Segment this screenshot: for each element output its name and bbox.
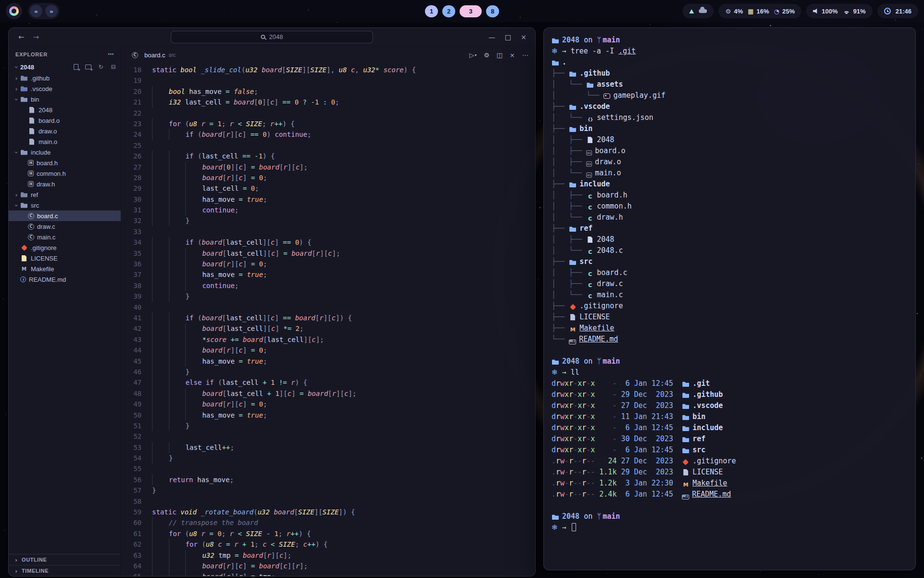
explorer-item-.github[interactable]: ›.github <box>9 73 121 83</box>
code-line-38[interactable]: 38 continue; <box>121 280 535 291</box>
chevron-down-icon[interactable]: › <box>13 95 20 103</box>
explorer-item-ref[interactable]: ›ref <box>9 189 121 200</box>
explorer-more-actions-icon[interactable]: ⋯ <box>108 51 114 58</box>
explorer-item-include[interactable]: ›include <box>9 147 121 158</box>
chevron-right-icon[interactable]: › <box>13 191 20 198</box>
explorer-item-src[interactable]: ›src <box>9 200 121 210</box>
code-line-45[interactable]: 45 has_move = true; <box>121 356 535 367</box>
explorer-item-board.c[interactable]: ›Cboard.c <box>9 210 121 221</box>
workspace-3[interactable]: 3 <box>460 5 482 17</box>
explorer-item-README.md[interactable]: ›iREADME.md <box>9 274 121 285</box>
code-line-34[interactable]: 34 if (board[last_cell][c] == 0) { <box>121 237 535 248</box>
code-line-31[interactable]: 31 continue; <box>121 205 535 215</box>
code-line-59[interactable]: 59static void _rotate_board(u32 board[SI… <box>121 507 535 517</box>
code-line-62[interactable]: 62 for (u8 c = r + 1; c < SIZE; c++) { <box>121 539 535 550</box>
code-line-29[interactable]: 29 last_cell = 0; <box>121 183 535 194</box>
refresh-explorer-button[interactable]: ↻ <box>97 64 104 71</box>
split-editor-button[interactable]: ◫ <box>497 52 502 59</box>
code-line-28[interactable]: 28 board[r][c] = 0; <box>121 172 535 183</box>
chevron-down-icon[interactable]: › <box>13 201 20 209</box>
tree-entry-name[interactable]: Makefile <box>579 324 614 332</box>
code-line-60[interactable]: 60 // transpose the board <box>121 517 535 528</box>
code-line-50[interactable]: 50 has_move = true; <box>121 410 535 420</box>
explorer-item-main.o[interactable]: ›main.o <box>9 136 121 147</box>
workspace-1[interactable]: 1 <box>425 5 438 17</box>
collapse-folders-button[interactable]: ⊟ <box>110 64 117 71</box>
code-line-37[interactable]: 37 has_move = true; <box>121 269 535 280</box>
launcher-button[interactable] <box>6 3 22 19</box>
explorer-item-.vscode[interactable]: ›.vscode <box>9 83 121 94</box>
outline-section[interactable]: › OUTLINE <box>9 554 121 565</box>
code-line-49[interactable]: 49 board[r][c] = 0; <box>121 399 535 409</box>
code-line-25[interactable]: 25 <box>121 140 535 151</box>
code-line-63[interactable]: 63 u32 tmp = board[r][c]; <box>121 550 535 561</box>
back-icon[interactable]: ← <box>18 33 25 41</box>
new-file-button[interactable] <box>72 64 79 71</box>
media-next-button[interactable]: » <box>45 5 58 17</box>
code-line-39[interactable]: 39 } <box>121 291 535 302</box>
command-center-search[interactable]: 2048 <box>171 31 373 43</box>
code-line-32[interactable]: 32 } <box>121 215 535 226</box>
code-line-52[interactable]: 52 <box>121 431 535 442</box>
workspace-8[interactable]: 8 <box>486 5 499 17</box>
close-button[interactable]: × <box>521 33 526 41</box>
tab-board-c[interactable]: C board.c src <box>127 46 180 64</box>
code-line-47[interactable]: 47 else if (last_cell + 1 != r) { <box>121 377 535 388</box>
explorer-item-draw.h[interactable]: ›Hdraw.h <box>9 179 121 189</box>
code-line-35[interactable]: 35 board[last_cell][c] = board[r][c]; <box>121 248 535 259</box>
code-line-41[interactable]: 41 if (board[last_cell][c] == board[r][c… <box>121 313 535 323</box>
code-line-61[interactable]: 61 for (u8 r = 0; r < SIZE - 1; r++) { <box>121 528 535 539</box>
weather-widget[interactable] <box>682 4 714 18</box>
explorer-item-draw.o[interactable]: ›draw.o <box>9 126 121 136</box>
code-line-20[interactable]: 20 bool has_move = false; <box>121 86 535 97</box>
audio-network-widget[interactable]: 100% 91% <box>806 4 872 18</box>
chevron-down-icon[interactable]: › <box>13 148 20 156</box>
code-line-24[interactable]: 24 if (board[r][c] == 0) continue; <box>121 129 535 140</box>
code-line-40[interactable]: 40 <box>121 302 535 313</box>
code-line-44[interactable]: 44 board[r][c] = 0; <box>121 345 535 355</box>
system-stats-widget[interactable]: ⚙4% ▦16% ◔25% <box>719 4 801 18</box>
minimize-button[interactable]: — <box>488 33 495 41</box>
clock-widget[interactable]: 21:46 <box>877 4 918 18</box>
command-arg-link[interactable]: .git <box>618 47 636 55</box>
code-line-27[interactable]: 27 board[0][c] = board[r][c]; <box>121 162 535 172</box>
code-line-57[interactable]: 57} <box>121 485 535 496</box>
ls-entry-name[interactable]: README.md <box>692 490 731 499</box>
code-line-23[interactable]: 23 for (u8 r = 1; r < SIZE; r++) { <box>121 118 535 129</box>
code-area[interactable]: 18static bool _slide_col(u32 board[SIZE]… <box>121 64 535 576</box>
code-line-21[interactable]: 21 i32 last_cell = board[0][c] == 0 ? -1… <box>121 97 535 107</box>
code-line-22[interactable]: 22 <box>121 108 535 118</box>
workspace-2[interactable]: 2 <box>442 5 455 17</box>
explorer-item-draw.c[interactable]: ›Cdraw.c <box>9 221 121 232</box>
media-prev-button[interactable]: « <box>30 5 42 17</box>
code-line-48[interactable]: 48 board[last_cell + 1][c] = board[r][c]… <box>121 388 535 399</box>
code-line-65[interactable]: 65 board[c][r] = tmp; <box>121 571 535 576</box>
explorer-item-LICENSE[interactable]: ›LICENSE <box>9 253 121 263</box>
forward-icon[interactable]: → <box>33 33 39 41</box>
code-line-30[interactable]: 30 has_move = true; <box>121 194 535 205</box>
code-line-53[interactable]: 53 last_cell++; <box>121 442 535 453</box>
maximize-button[interactable]: □ <box>505 33 511 41</box>
code-line-19[interactable]: 19 <box>121 75 535 86</box>
tree-entry-name[interactable]: README.md <box>579 335 618 343</box>
terminal-window[interactable]: 2048 on ᛘmain❄ → tree -a -I .git.├── .gi… <box>543 27 916 570</box>
code-line-51[interactable]: 51 } <box>121 420 535 431</box>
explorer-item-board.h[interactable]: ›Hboard.h <box>9 158 121 168</box>
explorer-item-Makefile[interactable]: ›MMakefile <box>9 263 121 274</box>
code-line-58[interactable]: 58 <box>121 496 535 507</box>
explorer-item-main.c[interactable]: ›Cmain.c <box>9 232 121 242</box>
explorer-item-2048[interactable]: ›2048 <box>9 105 121 115</box>
close-editor-button[interactable]: × <box>510 52 515 59</box>
code-line-18[interactable]: 18static bool _slide_col(u32 board[SIZE]… <box>121 65 535 75</box>
ls-entry-name[interactable]: Makefile <box>693 479 727 487</box>
code-line-64[interactable]: 64 board[r][c] = board[c][r]; <box>121 561 535 571</box>
explorer-item-.gitignore[interactable]: ›.gitignore <box>9 242 121 253</box>
code-line-36[interactable]: 36 board[r][c] = 0; <box>121 259 535 269</box>
vscode-titlebar[interactable]: ← → 2048 — □ × <box>9 28 535 46</box>
settings-gear-icon[interactable]: ⚙ <box>484 52 489 59</box>
run-button[interactable]: ▷▾ <box>469 52 476 59</box>
explorer-item-common.h[interactable]: ›Hcommon.h <box>9 168 121 179</box>
code-line-56[interactable]: 56 return has_move; <box>121 474 535 485</box>
code-line-26[interactable]: 26 if (last_cell == -1) { <box>121 151 535 161</box>
explorer-item-board.o[interactable]: ›board.o <box>9 115 121 126</box>
